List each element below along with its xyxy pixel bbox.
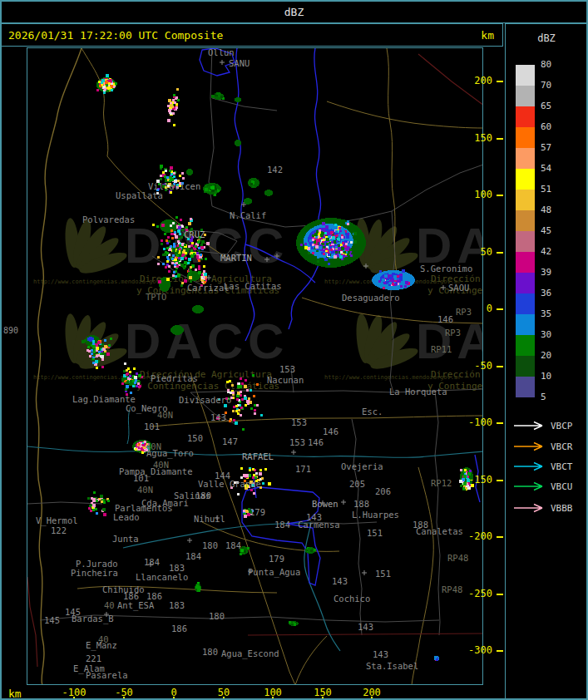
window-title: dBZ [284,6,304,18]
echo-pixel [312,252,314,254]
echo-pixel [328,254,330,256]
echo-pixel [402,269,405,273]
scale-label: 60 [541,121,574,133]
echo-pixel [166,278,170,281]
echo-pixel [101,355,104,358]
echo-pixel [260,414,263,417]
echo-blob [235,97,241,102]
echo-pixel [102,508,106,511]
echo-pixel [240,467,243,470]
scale-label: 51 [541,184,574,195]
watermark-url: http://www.contingencias.mendoza.gov.ar [324,374,461,381]
echo-pixel [95,360,98,363]
y-axis-tick [497,536,503,538]
map-path [235,48,254,341]
map-label: 40N [157,410,173,420]
echo-pixel [231,384,234,387]
map-label: TPTO [146,292,166,302]
echo-pixel [243,474,246,477]
echo-pixel [331,241,334,244]
echo-pixel [317,235,319,238]
map-label: RAFAEL [242,451,274,461]
echo-pixel [172,249,175,252]
echo-pixel [334,240,337,244]
echo-pixel [180,284,183,287]
echo-pixel [254,404,256,407]
map-label: 151 [375,569,391,579]
echo-pixel [198,586,200,589]
x-axis-unit: km [8,688,22,700]
echo-pixel [129,382,132,386]
dacc-watermark: DACCDirección de Agriculturay Contingenc… [33,218,482,392]
echo-pixel [170,191,172,194]
echo-pixel [324,258,328,261]
echo-pixel [200,246,204,249]
map-label: N.Calif [230,210,266,220]
echo-pixel [178,226,181,229]
echo-pixel [185,226,188,229]
y-axis-tick [497,252,503,254]
echo-pixel [99,85,101,87]
map-label: Valle Grande [198,479,261,489]
echo-pixel [100,495,103,498]
map-label: 143 [332,576,348,586]
map-label: 184 [274,520,290,530]
echo-pixel [166,242,169,244]
echo-pixel [190,244,193,247]
echo-pixel [171,258,174,260]
echo-pixel [235,405,238,407]
echo-pixel [205,258,207,260]
echo-pixel [404,285,407,288]
y-axis-tick [497,308,503,310]
echo-pixel [170,173,173,175]
echo-pixel [244,397,247,400]
map-label: 40 [104,600,115,610]
echo-pixel [311,247,314,249]
echo-pixel [200,254,202,256]
echo-pixel [203,270,205,273]
x-axis-tick [123,697,125,700]
cross-marker-icon [362,570,367,575]
echo-pixel [106,84,108,86]
vector-legend-row: VBCT [512,461,573,472]
map-label: 151 [367,528,383,538]
map-label: 221 [86,653,101,663]
scale-label: 42 [541,246,574,258]
echo-pixel [198,265,200,268]
echo-pixel [129,371,131,373]
map-label: Pasarela [86,670,128,680]
echo-pixel [168,99,171,102]
echo-pixel [335,230,338,233]
echo-pixel [171,237,174,239]
echo-pixel [188,272,191,275]
map-label: Punta_Agua [248,567,300,578]
watermark-acronym: DACC [125,218,289,274]
echo-pixel [245,404,247,407]
echo-pixel [320,234,324,237]
scale-band [516,169,535,190]
echo-pixel [93,491,96,494]
echo-pixel [208,186,211,190]
echo-pixel [195,245,197,248]
echo-pixel [103,501,106,504]
echo-pixel [205,185,207,187]
echo-pixel [109,79,112,82]
echo-pixel [168,240,170,243]
echo-pixel [353,240,357,244]
echo-pixel [246,389,249,392]
echo-pixel [96,512,98,515]
echo-pixel [324,232,327,234]
echo-pixel [345,243,348,245]
map-label: 206 [375,486,391,496]
echo-pixel [161,239,163,242]
y-axis-label: 50 [449,246,492,258]
map-label: Nacunan [267,375,304,385]
echo-pixel [216,92,219,95]
map-label: 184 [225,540,241,550]
echo-pixel [400,276,403,279]
map-label: 153 [279,364,295,374]
x-axis-tick [73,697,75,700]
echo-pixel [173,94,175,96]
echo-pixel [467,486,471,490]
echo-pixel [201,240,205,244]
